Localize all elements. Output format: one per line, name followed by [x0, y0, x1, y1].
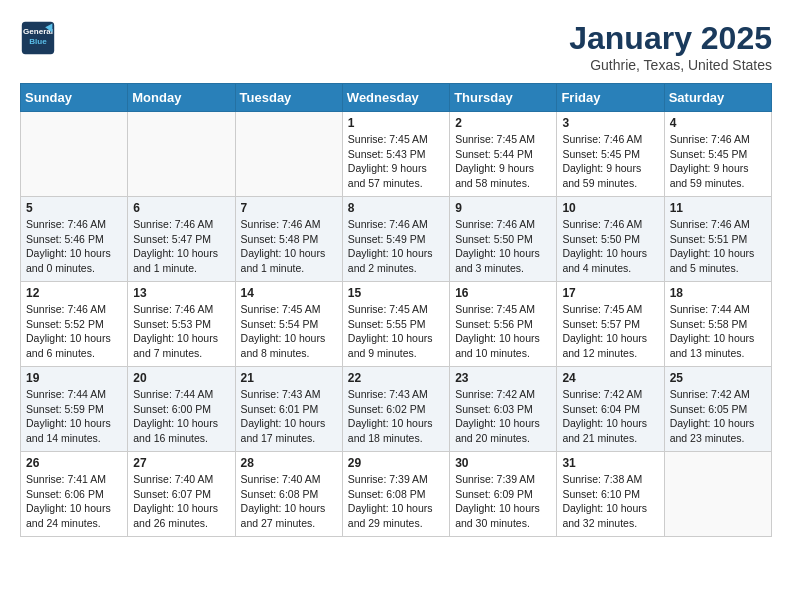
day-number: 3	[562, 116, 658, 130]
calendar-week-row: 19Sunrise: 7:44 AM Sunset: 5:59 PM Dayli…	[21, 367, 772, 452]
calendar-cell: 13Sunrise: 7:46 AM Sunset: 5:53 PM Dayli…	[128, 282, 235, 367]
day-info: Sunrise: 7:46 AM Sunset: 5:51 PM Dayligh…	[670, 217, 766, 276]
day-number: 1	[348, 116, 444, 130]
day-info: Sunrise: 7:42 AM Sunset: 6:03 PM Dayligh…	[455, 387, 551, 446]
weekday-header: Tuesday	[235, 84, 342, 112]
day-number: 25	[670, 371, 766, 385]
day-number: 9	[455, 201, 551, 215]
day-number: 15	[348, 286, 444, 300]
day-number: 7	[241, 201, 337, 215]
day-info: Sunrise: 7:40 AM Sunset: 6:08 PM Dayligh…	[241, 472, 337, 531]
calendar-cell	[235, 112, 342, 197]
day-info: Sunrise: 7:39 AM Sunset: 6:09 PM Dayligh…	[455, 472, 551, 531]
calendar-week-row: 5Sunrise: 7:46 AM Sunset: 5:46 PM Daylig…	[21, 197, 772, 282]
calendar-cell: 6Sunrise: 7:46 AM Sunset: 5:47 PM Daylig…	[128, 197, 235, 282]
calendar-cell: 31Sunrise: 7:38 AM Sunset: 6:10 PM Dayli…	[557, 452, 664, 537]
day-number: 2	[455, 116, 551, 130]
weekday-header: Sunday	[21, 84, 128, 112]
calendar-cell: 11Sunrise: 7:46 AM Sunset: 5:51 PM Dayli…	[664, 197, 771, 282]
day-number: 13	[133, 286, 229, 300]
day-number: 28	[241, 456, 337, 470]
day-number: 27	[133, 456, 229, 470]
calendar-table: SundayMondayTuesdayWednesdayThursdayFrid…	[20, 83, 772, 537]
calendar-cell: 27Sunrise: 7:40 AM Sunset: 6:07 PM Dayli…	[128, 452, 235, 537]
weekday-row: SundayMondayTuesdayWednesdayThursdayFrid…	[21, 84, 772, 112]
calendar-cell: 16Sunrise: 7:45 AM Sunset: 5:56 PM Dayli…	[450, 282, 557, 367]
day-info: Sunrise: 7:46 AM Sunset: 5:47 PM Dayligh…	[133, 217, 229, 276]
calendar-subtitle: Guthrie, Texas, United States	[569, 57, 772, 73]
calendar-cell: 30Sunrise: 7:39 AM Sunset: 6:09 PM Dayli…	[450, 452, 557, 537]
day-number: 12	[26, 286, 122, 300]
day-info: Sunrise: 7:38 AM Sunset: 6:10 PM Dayligh…	[562, 472, 658, 531]
calendar-cell: 21Sunrise: 7:43 AM Sunset: 6:01 PM Dayli…	[235, 367, 342, 452]
day-info: Sunrise: 7:45 AM Sunset: 5:44 PM Dayligh…	[455, 132, 551, 191]
calendar-week-row: 1Sunrise: 7:45 AM Sunset: 5:43 PM Daylig…	[21, 112, 772, 197]
logo: General Blue	[20, 20, 56, 56]
calendar-cell: 5Sunrise: 7:46 AM Sunset: 5:46 PM Daylig…	[21, 197, 128, 282]
calendar-cell: 25Sunrise: 7:42 AM Sunset: 6:05 PM Dayli…	[664, 367, 771, 452]
day-info: Sunrise: 7:46 AM Sunset: 5:45 PM Dayligh…	[670, 132, 766, 191]
day-info: Sunrise: 7:42 AM Sunset: 6:05 PM Dayligh…	[670, 387, 766, 446]
calendar-cell	[664, 452, 771, 537]
title-area: January 2025 Guthrie, Texas, United Stat…	[569, 20, 772, 73]
calendar-cell: 8Sunrise: 7:46 AM Sunset: 5:49 PM Daylig…	[342, 197, 449, 282]
calendar-week-row: 12Sunrise: 7:46 AM Sunset: 5:52 PM Dayli…	[21, 282, 772, 367]
day-info: Sunrise: 7:43 AM Sunset: 6:01 PM Dayligh…	[241, 387, 337, 446]
logo-icon: General Blue	[20, 20, 56, 56]
calendar-cell	[128, 112, 235, 197]
day-info: Sunrise: 7:44 AM Sunset: 5:59 PM Dayligh…	[26, 387, 122, 446]
day-number: 23	[455, 371, 551, 385]
calendar-cell: 24Sunrise: 7:42 AM Sunset: 6:04 PM Dayli…	[557, 367, 664, 452]
day-info: Sunrise: 7:45 AM Sunset: 5:54 PM Dayligh…	[241, 302, 337, 361]
day-number: 16	[455, 286, 551, 300]
day-info: Sunrise: 7:45 AM Sunset: 5:55 PM Dayligh…	[348, 302, 444, 361]
weekday-header: Monday	[128, 84, 235, 112]
day-info: Sunrise: 7:46 AM Sunset: 5:45 PM Dayligh…	[562, 132, 658, 191]
day-number: 30	[455, 456, 551, 470]
day-number: 5	[26, 201, 122, 215]
calendar-cell: 2Sunrise: 7:45 AM Sunset: 5:44 PM Daylig…	[450, 112, 557, 197]
calendar-cell: 10Sunrise: 7:46 AM Sunset: 5:50 PM Dayli…	[557, 197, 664, 282]
calendar-body: 1Sunrise: 7:45 AM Sunset: 5:43 PM Daylig…	[21, 112, 772, 537]
day-number: 6	[133, 201, 229, 215]
calendar-cell: 20Sunrise: 7:44 AM Sunset: 6:00 PM Dayli…	[128, 367, 235, 452]
calendar-cell: 22Sunrise: 7:43 AM Sunset: 6:02 PM Dayli…	[342, 367, 449, 452]
calendar-cell: 14Sunrise: 7:45 AM Sunset: 5:54 PM Dayli…	[235, 282, 342, 367]
day-info: Sunrise: 7:42 AM Sunset: 6:04 PM Dayligh…	[562, 387, 658, 446]
day-info: Sunrise: 7:45 AM Sunset: 5:43 PM Dayligh…	[348, 132, 444, 191]
calendar-header: SundayMondayTuesdayWednesdayThursdayFrid…	[21, 84, 772, 112]
day-info: Sunrise: 7:40 AM Sunset: 6:07 PM Dayligh…	[133, 472, 229, 531]
calendar-cell: 9Sunrise: 7:46 AM Sunset: 5:50 PM Daylig…	[450, 197, 557, 282]
day-number: 4	[670, 116, 766, 130]
day-number: 29	[348, 456, 444, 470]
calendar-cell: 19Sunrise: 7:44 AM Sunset: 5:59 PM Dayli…	[21, 367, 128, 452]
weekday-header: Saturday	[664, 84, 771, 112]
day-number: 8	[348, 201, 444, 215]
day-info: Sunrise: 7:45 AM Sunset: 5:57 PM Dayligh…	[562, 302, 658, 361]
calendar-cell: 18Sunrise: 7:44 AM Sunset: 5:58 PM Dayli…	[664, 282, 771, 367]
day-info: Sunrise: 7:46 AM Sunset: 5:50 PM Dayligh…	[455, 217, 551, 276]
calendar-cell: 28Sunrise: 7:40 AM Sunset: 6:08 PM Dayli…	[235, 452, 342, 537]
day-info: Sunrise: 7:44 AM Sunset: 6:00 PM Dayligh…	[133, 387, 229, 446]
day-info: Sunrise: 7:45 AM Sunset: 5:56 PM Dayligh…	[455, 302, 551, 361]
calendar-cell: 1Sunrise: 7:45 AM Sunset: 5:43 PM Daylig…	[342, 112, 449, 197]
weekday-header: Friday	[557, 84, 664, 112]
calendar-cell: 23Sunrise: 7:42 AM Sunset: 6:03 PM Dayli…	[450, 367, 557, 452]
day-info: Sunrise: 7:43 AM Sunset: 6:02 PM Dayligh…	[348, 387, 444, 446]
calendar-cell: 3Sunrise: 7:46 AM Sunset: 5:45 PM Daylig…	[557, 112, 664, 197]
day-number: 22	[348, 371, 444, 385]
svg-text:Blue: Blue	[29, 37, 47, 46]
day-info: Sunrise: 7:46 AM Sunset: 5:53 PM Dayligh…	[133, 302, 229, 361]
day-info: Sunrise: 7:44 AM Sunset: 5:58 PM Dayligh…	[670, 302, 766, 361]
day-info: Sunrise: 7:46 AM Sunset: 5:49 PM Dayligh…	[348, 217, 444, 276]
day-info: Sunrise: 7:46 AM Sunset: 5:46 PM Dayligh…	[26, 217, 122, 276]
day-info: Sunrise: 7:46 AM Sunset: 5:48 PM Dayligh…	[241, 217, 337, 276]
calendar-cell: 7Sunrise: 7:46 AM Sunset: 5:48 PM Daylig…	[235, 197, 342, 282]
day-number: 21	[241, 371, 337, 385]
weekday-header: Thursday	[450, 84, 557, 112]
day-info: Sunrise: 7:41 AM Sunset: 6:06 PM Dayligh…	[26, 472, 122, 531]
day-number: 20	[133, 371, 229, 385]
day-number: 19	[26, 371, 122, 385]
day-number: 26	[26, 456, 122, 470]
day-info: Sunrise: 7:46 AM Sunset: 5:52 PM Dayligh…	[26, 302, 122, 361]
